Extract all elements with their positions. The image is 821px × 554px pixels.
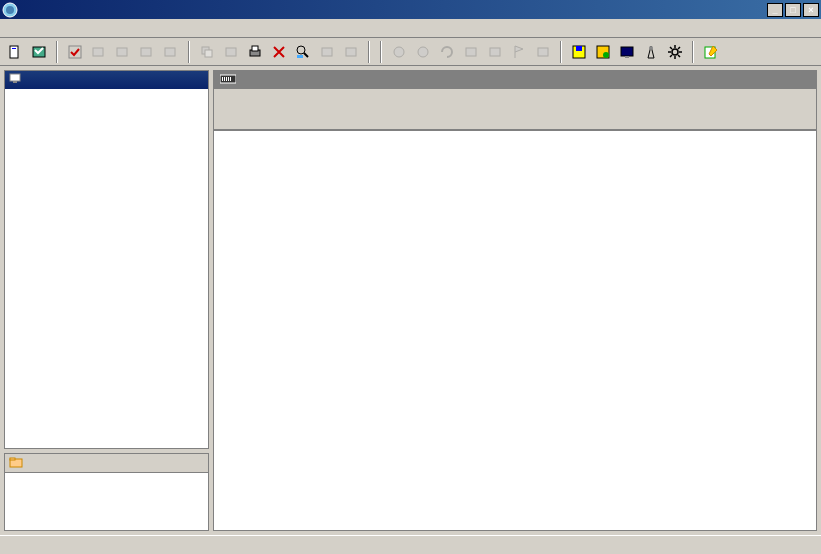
svg-point-27 [603,52,609,58]
svg-rect-16 [297,55,303,58]
toolbar-btn-edit[interactable] [700,41,722,63]
app-icon [2,2,18,18]
toolbar-btn-compass[interactable] [640,41,662,63]
svg-rect-38 [222,77,223,81]
info-bar [214,89,816,130]
svg-rect-12 [226,48,236,56]
detail-pane [213,70,817,531]
toolbar-btn-4[interactable] [88,41,110,63]
toolbar-btn-9[interactable] [220,41,242,63]
toolbar-btn-new[interactable] [4,41,26,63]
toolbar-btn-20[interactable] [532,41,554,63]
toolbar-btn-disk2[interactable] [592,41,614,63]
window-controls: _ □ × [767,3,819,17]
minimize-button[interactable]: _ [767,3,783,17]
computers-tree [5,89,208,448]
statusbar [0,535,821,554]
menubar [0,19,821,38]
svg-rect-23 [538,48,548,56]
svg-rect-9 [165,48,175,56]
svg-rect-17 [322,48,332,56]
svg-rect-2 [10,46,18,58]
toolbar-btn-search[interactable] [292,41,314,63]
toolbar-btn-disk1[interactable] [568,41,590,63]
toolbar-btn-16[interactable] [436,41,458,63]
svg-rect-28 [621,47,633,56]
toolbar-btn-wizard[interactable] [28,41,50,63]
svg-rect-36 [10,458,15,460]
toolbar-btn-settings[interactable] [664,41,686,63]
toolbar-btn-print[interactable] [244,41,266,63]
toolbar-btn-14[interactable] [388,41,410,63]
svg-rect-6 [93,48,103,56]
svg-rect-8 [141,48,151,56]
toolbar-btn-13[interactable] [340,41,362,63]
jobs-header[interactable] [5,454,208,473]
close-button[interactable]: × [803,3,819,17]
table-body [214,131,816,530]
left-pane [4,70,209,531]
svg-point-31 [672,49,678,55]
toolbar-btn-check[interactable] [64,41,86,63]
toolbar-btn-12[interactable] [316,41,338,63]
toolbar-btn-flag[interactable] [508,41,530,63]
toolbar-btn-15[interactable] [412,41,434,63]
svg-rect-7 [117,48,127,56]
jobs-tree [5,473,208,530]
svg-rect-42 [230,77,231,81]
svg-rect-33 [10,74,20,81]
detail-header [214,71,816,89]
svg-rect-25 [576,46,582,51]
svg-point-19 [394,47,404,57]
jobs-panel [4,453,209,531]
svg-rect-11 [205,50,212,57]
toolbar-btn-6[interactable] [136,41,158,63]
svg-point-15 [297,46,305,54]
svg-rect-22 [490,48,500,56]
svg-rect-18 [346,48,356,56]
toolbar [0,38,821,66]
svg-rect-3 [12,48,16,49]
toolbar-btn-18[interactable] [484,41,506,63]
blade-chassis-icon [220,73,236,87]
svg-rect-34 [13,81,17,83]
svg-rect-41 [228,77,229,81]
computers-header[interactable] [5,71,208,89]
svg-point-1 [6,6,14,14]
svg-point-20 [418,47,428,57]
svg-point-30 [649,46,653,50]
toolbar-btn-monitor[interactable] [616,41,638,63]
titlebar: _ □ × [0,0,821,19]
toolbar-btn-7[interactable] [160,41,182,63]
toolbar-btn-5[interactable] [112,41,134,63]
jobs-icon [9,456,23,470]
svg-rect-5 [69,46,81,58]
toolbar-btn-8[interactable] [196,41,218,63]
svg-rect-14 [252,46,258,51]
main-area [0,66,821,535]
toolbar-btn-17[interactable] [460,41,482,63]
svg-rect-21 [466,48,476,56]
maximize-button[interactable]: □ [785,3,801,17]
computers-panel [4,70,209,449]
svg-rect-29 [625,56,629,58]
svg-rect-40 [226,77,227,81]
computers-icon [9,73,23,87]
toolbar-btn-delete[interactable] [268,41,290,63]
svg-rect-39 [224,77,225,81]
